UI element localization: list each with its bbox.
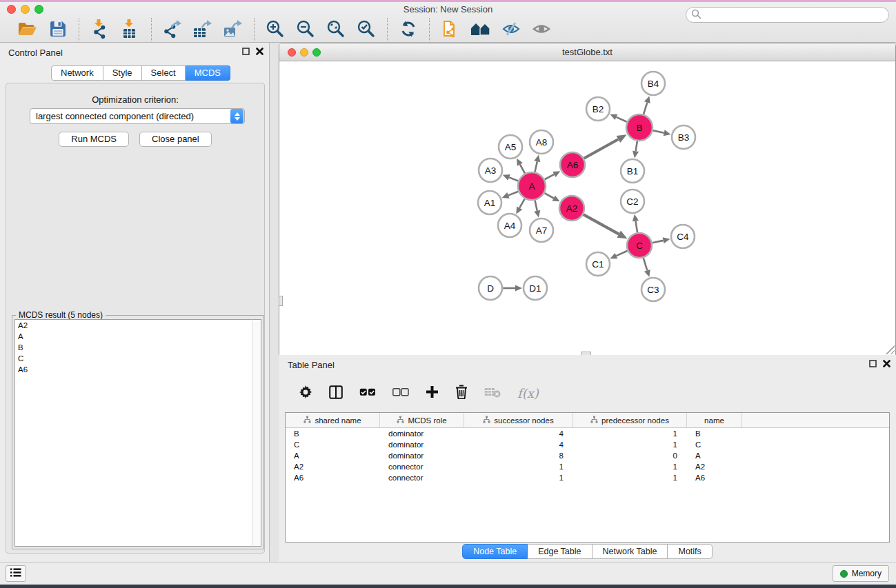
mcds-result-list[interactable]: A2ABCA6 bbox=[14, 319, 252, 547]
tab-mcds[interactable]: MCDS bbox=[186, 65, 230, 81]
select-all-columns-button[interactable] bbox=[359, 388, 376, 398]
table-row[interactable]: Adominator80A bbox=[286, 450, 889, 461]
close-panel-button[interactable]: Close panel bbox=[139, 132, 212, 147]
graph-node-label: B bbox=[636, 123, 642, 133]
mcds-result-item[interactable]: A2 bbox=[15, 320, 252, 331]
table-toolbar: f(x) bbox=[285, 377, 890, 409]
task-history-button[interactable] bbox=[6, 565, 26, 582]
graph-edge-A-A7[interactable] bbox=[535, 201, 537, 211]
zoom-out-button[interactable] bbox=[293, 19, 318, 41]
add-column-button[interactable] bbox=[426, 385, 439, 401]
memory-label: Memory bbox=[852, 569, 882, 578]
task-list-icon bbox=[10, 568, 21, 579]
tab-network-table[interactable]: Network Table bbox=[593, 544, 668, 559]
graph-edge-C-C4[interactable] bbox=[653, 241, 664, 243]
mcds-result-item[interactable]: B bbox=[15, 342, 252, 353]
graph-edge-B-B3[interactable] bbox=[653, 130, 664, 133]
table-row[interactable]: A2connector11A2 bbox=[286, 461, 889, 472]
tab-style[interactable]: Style bbox=[103, 65, 142, 81]
hide-eye-button[interactable] bbox=[499, 19, 524, 41]
workspace: Control Panel NetworkStyleSelectMCDS Opt… bbox=[0, 43, 896, 562]
graph-edge-B-B2[interactable] bbox=[616, 117, 626, 122]
open-folder-button[interactable] bbox=[15, 19, 40, 41]
zoom-selected-button[interactable] bbox=[354, 19, 379, 41]
network-from-file-button[interactable] bbox=[438, 19, 463, 41]
function-builder-button[interactable]: f(x) bbox=[517, 386, 539, 401]
network-minimize-button[interactable] bbox=[300, 48, 308, 57]
tab-node-table[interactable]: Node Table bbox=[462, 544, 528, 559]
column-header-predecessor-nodes[interactable]: predecessor nodes bbox=[573, 413, 687, 427]
zoom-fit-button[interactable] bbox=[323, 19, 348, 41]
gear-button[interactable] bbox=[299, 385, 312, 401]
graph-edge-A-A1[interactable] bbox=[508, 192, 518, 196]
graph-edge-A-A2[interactable] bbox=[544, 193, 553, 198]
export-network-button[interactable] bbox=[160, 19, 185, 41]
mcds-result-item[interactable]: C bbox=[15, 353, 252, 364]
zoom-in-button[interactable] bbox=[263, 19, 288, 41]
export-image-button[interactable] bbox=[221, 19, 246, 41]
minimize-window-button[interactable] bbox=[21, 5, 30, 14]
close-panel-icon[interactable] bbox=[256, 48, 263, 55]
network-close-button[interactable] bbox=[288, 48, 296, 57]
column-header-name[interactable]: name bbox=[687, 413, 742, 427]
refresh-button[interactable] bbox=[396, 19, 421, 41]
close-panel-icon[interactable] bbox=[883, 360, 890, 367]
split-panel-button[interactable] bbox=[329, 385, 343, 401]
network-canvas[interactable]: B4B2BB3A5A8A6A3AA1B1C2A2A4A7CC4C1C3DD1 bbox=[279, 61, 895, 355]
graph-edge-C-C2[interactable] bbox=[635, 221, 637, 233]
save-button[interactable] bbox=[46, 19, 70, 41]
unselect-all-columns-button[interactable] bbox=[392, 388, 409, 398]
splitter-grip[interactable] bbox=[279, 296, 283, 306]
tab-edge-table[interactable]: Edge Table bbox=[528, 544, 592, 559]
graph-edge-A-A5[interactable] bbox=[520, 164, 525, 173]
refresh-icon bbox=[399, 20, 417, 40]
graph-edge-C-C3[interactable] bbox=[644, 258, 648, 270]
mcds-result-item[interactable]: A6 bbox=[15, 364, 252, 375]
graph-edge-A2-C[interactable] bbox=[584, 214, 619, 234]
import-table-button[interactable] bbox=[118, 19, 143, 41]
mcds-result-item[interactable]: A bbox=[15, 331, 252, 342]
first-neighbors-button[interactable] bbox=[468, 19, 493, 41]
graph-node-label: D bbox=[487, 283, 494, 294]
mcds-result-scrollbar[interactable] bbox=[252, 319, 261, 547]
delete-table-button[interactable] bbox=[484, 387, 501, 400]
graph-edge-A6-B[interactable] bbox=[584, 139, 619, 159]
export-table-button[interactable] bbox=[190, 19, 215, 41]
tab-motifs[interactable]: Motifs bbox=[668, 544, 712, 559]
hierarchy-icon bbox=[303, 416, 311, 425]
tab-network[interactable]: Network bbox=[51, 65, 103, 81]
run-mcds-button[interactable]: Run MCDS bbox=[59, 132, 129, 147]
zoom-window-button[interactable] bbox=[34, 5, 43, 14]
node-table[interactable]: shared nameMCDS rolesuccessor nodesprede… bbox=[285, 412, 890, 543]
import-network-button[interactable] bbox=[88, 19, 112, 41]
column-header-shared-name[interactable]: shared name bbox=[286, 413, 380, 427]
memory-button[interactable]: Memory bbox=[833, 565, 889, 582]
search-input[interactable] bbox=[701, 10, 888, 20]
delete-column-button[interactable] bbox=[455, 385, 468, 401]
search-box[interactable] bbox=[686, 7, 889, 23]
float-panel-icon[interactable] bbox=[242, 48, 250, 55]
graph-edge-A-A8[interactable] bbox=[535, 161, 537, 172]
close-window-button[interactable] bbox=[7, 5, 16, 14]
table-cell: 1 bbox=[573, 463, 687, 471]
network-zoom-button[interactable] bbox=[312, 48, 321, 57]
graph-edge-A-A6[interactable] bbox=[545, 174, 555, 179]
graph-edge-B-B1[interactable] bbox=[636, 141, 637, 152]
toolbar-separator bbox=[79, 18, 79, 41]
optimization-criterion-dropdown[interactable]: largest connected component (directed) bbox=[30, 108, 245, 124]
column-header-successor-nodes[interactable]: successor nodes bbox=[464, 413, 573, 427]
show-eye-button[interactable] bbox=[529, 19, 554, 41]
table-row[interactable]: Bdominator41B bbox=[286, 428, 889, 439]
graph-edge-C-C1[interactable] bbox=[616, 251, 627, 256]
network-graph[interactable]: B4B2BB3A5A8A6A3AA1B1C2A2A4A7CC4C1C3DD1 bbox=[279, 61, 895, 355]
float-panel-icon[interactable] bbox=[869, 360, 877, 367]
graph-edge-B-B4[interactable] bbox=[644, 103, 647, 114]
tab-select[interactable]: Select bbox=[142, 65, 186, 81]
graph-edge-A-A4[interactable] bbox=[519, 199, 525, 207]
network-window-titlebar[interactable]: testGlobe.txt bbox=[279, 43, 895, 61]
column-header-MCDS-role[interactable]: MCDS role bbox=[380, 413, 464, 427]
hierarchy-icon bbox=[397, 416, 404, 425]
table-row[interactable]: Cdominator41C bbox=[286, 439, 889, 450]
table-row[interactable]: A6connector11A6 bbox=[286, 472, 889, 483]
graph-edge-A-A3[interactable] bbox=[509, 177, 518, 181]
